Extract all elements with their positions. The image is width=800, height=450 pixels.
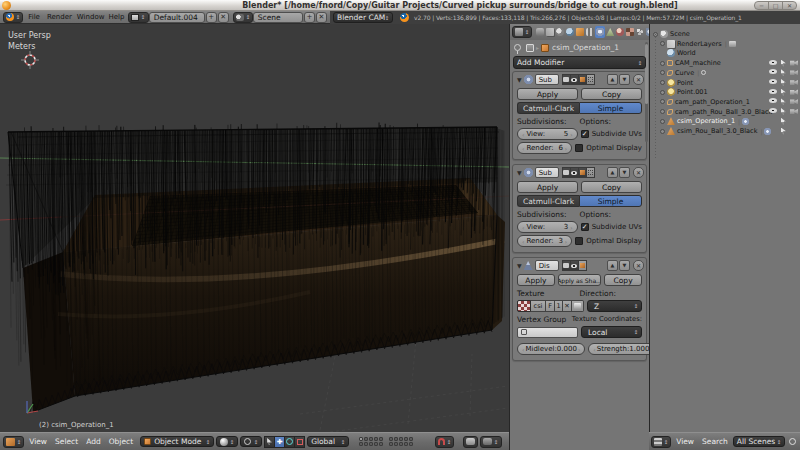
layer-cell[interactable]	[369, 442, 373, 446]
outliner-row-Scene[interactable]: Scene	[650, 29, 800, 39]
outliner-row-RenderLayers[interactable]: RenderLayers|	[650, 39, 800, 49]
tab-object-data[interactable]	[605, 26, 615, 38]
slider-left-arrow-icon[interactable]: ‹	[593, 346, 595, 353]
outliner-item-label[interactable]: RenderLayers	[677, 40, 722, 48]
layer-cell[interactable]	[374, 437, 378, 441]
search-icon[interactable]	[789, 438, 796, 445]
scene-delete-button[interactable]: ✕	[316, 12, 327, 23]
slider-right-arrow-icon[interactable]: ›	[578, 346, 580, 353]
move-up-button[interactable]: ▲	[607, 167, 618, 178]
render-subdivisions-slider[interactable]: ‹ Render: 3 ›	[517, 235, 572, 247]
layer-cell[interactable]	[394, 442, 398, 446]
users-count-button[interactable]: 1	[555, 300, 563, 312]
menu-file[interactable]: File	[27, 13, 41, 21]
apply-as-shape-button[interactable]: Apply as Sha...	[558, 274, 601, 286]
outliner-row-csim_Rou_Ball_3.0_Black[interactable]: csim_Rou_Ball_3.0_Black|	[650, 126, 800, 136]
vertex-group-field[interactable]	[517, 327, 578, 338]
screen-delete-button[interactable]: ✕	[218, 12, 229, 23]
layer-cell[interactable]	[389, 437, 393, 441]
slider-left-arrow-icon[interactable]: ‹	[522, 346, 524, 353]
layer-cell[interactable]	[389, 442, 393, 446]
outliner-row-CAM_machine[interactable]: CAM_machine	[650, 58, 800, 68]
object-context-icon[interactable]	[526, 44, 534, 52]
texture-preview-icon[interactable]	[517, 300, 531, 312]
unlink-texture-button[interactable]: ✕	[563, 300, 572, 312]
tab-scene[interactable]	[555, 26, 565, 38]
copy-button[interactable]: Copy	[604, 274, 642, 286]
new-texture-button[interactable]	[572, 300, 584, 312]
pointer-toggle-icon[interactable]	[781, 60, 786, 67]
optimal-display-checkbox[interactable]: ✓	[575, 144, 583, 152]
tab-render-layers[interactable]	[545, 26, 555, 38]
pointer-toggle-icon[interactable]	[781, 79, 786, 86]
blender-splash-icon[interactable]	[400, 13, 409, 22]
pointer-toggle-icon[interactable]	[781, 108, 786, 115]
camera-toggle-icon[interactable]	[790, 98, 798, 104]
slider-right-arrow-icon[interactable]: ›	[565, 145, 567, 152]
expand-icon[interactable]	[660, 90, 665, 95]
outliner-item-label[interactable]: Scene	[670, 30, 690, 38]
texture-coordinates-select[interactable]: Local ↕	[581, 326, 642, 338]
move-down-button[interactable]: ▼	[619, 260, 630, 271]
blender-menu-button[interactable]: ↕	[3, 12, 23, 23]
view-subdivisions-slider[interactable]: ‹ View: 3 ›	[517, 221, 578, 233]
render-ogl-button[interactable]	[463, 436, 478, 448]
pointer-toggle-icon[interactable]	[781, 118, 786, 125]
modifier-name-field[interactable]: Sub	[535, 167, 559, 178]
slider-right-arrow-icon[interactable]: ›	[570, 131, 572, 138]
camera-toggle-icon[interactable]	[790, 89, 798, 95]
catmull-clark-toggle[interactable]: Catmull-Clark	[517, 195, 579, 207]
expand-icon[interactable]	[660, 80, 665, 85]
slider-left-arrow-icon[interactable]: ‹	[522, 238, 524, 245]
expand-icon[interactable]	[660, 70, 665, 75]
scene-name-field[interactable]: Scene	[253, 12, 303, 23]
menu-select[interactable]: Select	[51, 437, 82, 446]
pointer-toggle-icon[interactable]	[781, 128, 786, 135]
close-button[interactable]: ✕	[782, 1, 797, 10]
tab-texture[interactable]	[625, 26, 635, 38]
slider-right-arrow-icon[interactable]: ›	[565, 238, 567, 245]
layer-cell[interactable]	[369, 437, 373, 441]
outliner-row-Curve[interactable]: Curve|	[650, 68, 800, 78]
outliner-item-label[interactable]: cam_path_Operation_1	[675, 98, 750, 106]
layers-group-1[interactable]	[359, 437, 383, 446]
collapse-chevron-icon[interactable]: ▼	[517, 169, 522, 176]
outliner-item-label[interactable]: csim_Operation_1	[677, 117, 735, 125]
layer-cell[interactable]	[394, 437, 398, 441]
outliner-row-cam_path_Rou_Ball_3.0_Black[interactable]: cam_path_Rou_Ball_3.0_Black	[650, 107, 800, 117]
layer-cell[interactable]	[379, 442, 383, 446]
eye-toggle-icon[interactable]	[769, 89, 777, 94]
editor-type-button[interactable]: ↕	[3, 436, 24, 448]
move-down-button[interactable]: ▼	[619, 167, 630, 178]
orientation-select[interactable]: Global ↕	[307, 436, 349, 447]
camera-toggle-icon[interactable]	[790, 108, 798, 114]
add-modifier-select[interactable]: Add Modifier ↕	[513, 56, 646, 69]
slider-right-arrow-icon[interactable]: ›	[570, 224, 572, 231]
camera-toggle-icon[interactable]	[790, 79, 798, 85]
layer-cell[interactable]	[359, 442, 363, 446]
tab-render[interactable]	[535, 26, 545, 38]
outliner-item-label[interactable]: Point	[677, 79, 693, 87]
tab-world[interactable]	[565, 26, 575, 38]
tab-object[interactable]	[575, 26, 585, 38]
apply-button[interactable]: Apply	[517, 88, 578, 100]
outliner-row-csim_Operation_1[interactable]: csim_Operation_1|	[650, 116, 800, 126]
layer-cell[interactable]	[364, 442, 368, 446]
move-up-button[interactable]: ▲	[607, 74, 618, 85]
camera-toggle-icon[interactable]	[790, 60, 798, 66]
strength-slider[interactable]: ‹ Strength: 1.000 ›	[588, 343, 649, 355]
mode-select[interactable]: Object Mode ↕	[140, 436, 214, 447]
shading-select[interactable]: ↕	[216, 436, 238, 447]
tab-constraints[interactable]	[585, 26, 595, 38]
editor-type-button[interactable]: ↕	[512, 26, 532, 38]
outliner-item-label[interactable]: cam_path_Rou_Ball_3.0_Black	[675, 108, 772, 116]
layer-cell[interactable]	[409, 442, 413, 446]
outliner-row-cam_path_Operation_1[interactable]: cam_path_Operation_1	[650, 97, 800, 107]
screen-layout-field[interactable]: Default.004	[149, 12, 205, 23]
screen-add-button[interactable]: +	[206, 12, 217, 23]
copy-button[interactable]: Copy	[581, 88, 642, 100]
delete-modifier-button[interactable]: ✕	[633, 167, 644, 178]
outliner-item-label[interactable]: Point.001	[677, 88, 708, 96]
slider-left-arrow-icon[interactable]: ‹	[522, 145, 524, 152]
layer-cell[interactable]	[404, 437, 408, 441]
